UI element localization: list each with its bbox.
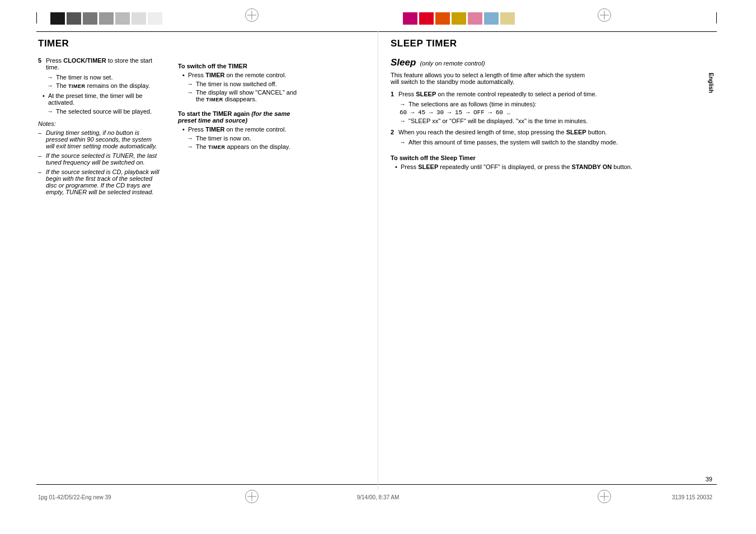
column-separator bbox=[378, 31, 378, 490]
arrow-text-1: The timer is now set. bbox=[56, 74, 112, 81]
rule-bot-right bbox=[389, 484, 717, 485]
step5-content: Press CLOCK/TIMER to store the start tim… bbox=[46, 57, 161, 71]
color-swatch-4 bbox=[99, 12, 114, 25]
page-number: 39 bbox=[706, 476, 712, 483]
step5-number: 5 bbox=[38, 57, 46, 71]
switch-off-sleep-bullet: • Press SLEEP repeatedly until "OFF" is … bbox=[391, 163, 715, 170]
arrow-text-5: The display will show "CANCEL" and the T… bbox=[196, 89, 301, 102]
color-swatch-1 bbox=[50, 12, 65, 25]
arrow-text-9: "SLEEP xx" or "OFF" will be displayed. "… bbox=[408, 118, 588, 124]
notes-label: Notes: bbox=[38, 120, 161, 127]
arrow-icon-6: → bbox=[187, 135, 196, 142]
crosshair-bot-right bbox=[598, 490, 611, 503]
sleep-heading-row: Sleep (only on remote control) bbox=[391, 57, 715, 68]
color-swatch-r7 bbox=[500, 12, 515, 25]
arrow-text-10: After this amount of time passes, the sy… bbox=[408, 139, 618, 146]
arrow-timer-on: → The timer is now on. bbox=[178, 135, 301, 142]
rule-top-left bbox=[36, 31, 392, 32]
sleep-bold-3: SLEEP bbox=[418, 163, 438, 170]
crosshair-inner-r bbox=[600, 11, 609, 20]
start-again-bullet: • Press TIMER on the remote control. bbox=[178, 126, 301, 133]
switch-off-heading: To switch off the TIMER bbox=[178, 63, 301, 69]
arrow-icon-8: → bbox=[400, 101, 408, 107]
note-text-3: If the source selected is CD, playback w… bbox=[46, 168, 161, 195]
color-swatch-r6 bbox=[484, 12, 499, 25]
switch-off-bullet: • Press TIMER on the remote control. bbox=[178, 72, 301, 78]
arrow-text-6: The timer is now on. bbox=[196, 135, 251, 142]
footer-right: 3139 115 20032 bbox=[672, 494, 712, 500]
timer-step5: 5 Press CLOCK/TIMER to store the start t… bbox=[38, 57, 161, 71]
arrow-text-7: The TIMER appears on the display. bbox=[196, 143, 290, 150]
arrow-selections: → The selections are as follows (time in… bbox=[391, 101, 715, 107]
start-again-subtitle: (for the same preset time and source) bbox=[178, 110, 290, 124]
color-swatch-r3 bbox=[435, 12, 450, 25]
sleep-timer-column: SLEEP TIMER Sleep (only on remote contro… bbox=[391, 34, 715, 172]
note-2: – If the source selected is TUNER, the l… bbox=[38, 152, 161, 166]
arrow-icon-9: → bbox=[400, 118, 408, 124]
arrow-icon-7: → bbox=[187, 143, 196, 150]
timer-title: TIMER bbox=[38, 38, 374, 49]
vline-rt bbox=[716, 12, 717, 24]
rule-top-right bbox=[389, 31, 717, 32]
note-3: – If the source selected is CD, playback… bbox=[38, 168, 161, 195]
arrow-timer-remains: → The TIMER remains on the display. bbox=[38, 82, 161, 89]
arrow-text-4: The timer is now switched off. bbox=[196, 81, 277, 87]
color-swatch-r5 bbox=[468, 12, 482, 25]
color-swatch-2 bbox=[67, 12, 81, 25]
crosshair-inner-bl bbox=[247, 492, 256, 501]
crosshair-inner-br bbox=[600, 492, 609, 501]
step2-number: 2 bbox=[391, 129, 398, 135]
timer-bold-1: TIMER bbox=[205, 72, 224, 78]
start-again-section: To start the TIMER again (for the same p… bbox=[178, 110, 301, 150]
standby-bold: STANDBY ON bbox=[572, 163, 612, 170]
crosshair-top-left bbox=[245, 8, 259, 22]
note-1: – During timer setting, if no button is … bbox=[38, 129, 161, 149]
arrow-timer-set: → The timer is now set. bbox=[38, 74, 161, 81]
sleep-heading: Sleep bbox=[391, 57, 416, 68]
arrow-icon-2: → bbox=[47, 82, 56, 89]
color-swatch-r1 bbox=[403, 12, 417, 25]
note-dash-2: – bbox=[38, 152, 46, 166]
timer-main: 5 Press CLOCK/TIMER to store the start t… bbox=[38, 57, 161, 198]
sleep-timer-title: SLEEP TIMER bbox=[391, 38, 715, 49]
arrow-icon-4: → bbox=[187, 81, 196, 87]
sleep-bold-1: SLEEP bbox=[416, 91, 436, 97]
start-again-text: Press TIMER on the remote control. bbox=[188, 126, 286, 133]
color-swatch-r4 bbox=[452, 12, 466, 25]
step1-number: 1 bbox=[391, 91, 398, 97]
notes-section: Notes: – During timer setting, if no but… bbox=[38, 120, 161, 195]
arrow-timer-appears: → The TIMER appears on the display. bbox=[178, 143, 301, 150]
color-swatch-7 bbox=[148, 12, 162, 25]
arrow-text-3: The selected source will be played. bbox=[56, 108, 152, 115]
arrow-text-2: The TIMER remains on the display. bbox=[56, 82, 150, 89]
bullet-icon-3: • bbox=[182, 126, 188, 133]
bullet-icon-4: • bbox=[395, 163, 401, 170]
sleep-bold-2: SLEEP bbox=[566, 129, 586, 135]
sleep-step2: 2 When you reach the desired length of t… bbox=[391, 129, 715, 135]
arrow-sleep-display: → "SLEEP xx" or "OFF" will be displayed.… bbox=[391, 118, 715, 124]
sleep-intro: This feature allows you to select a leng… bbox=[391, 72, 586, 85]
start-again-heading: To start the TIMER again (for the same p… bbox=[178, 110, 301, 124]
sleep-subheading: (only on remote control) bbox=[420, 60, 485, 67]
arrow-text-8: The selections are as follows (time in m… bbox=[408, 101, 537, 107]
arrow-display-cancel: → The display will show "CANCEL" and the… bbox=[178, 89, 301, 102]
color-bar-right bbox=[403, 12, 515, 25]
clock-timer-bold: CLOCK/TIMER bbox=[63, 57, 106, 64]
vline-lt bbox=[36, 12, 37, 24]
color-bar-left bbox=[50, 12, 162, 25]
bullet-icon-1: • bbox=[43, 92, 48, 106]
arrow-now-off: → The timer is now switched off. bbox=[178, 81, 301, 87]
timer-content: 5 Press CLOCK/TIMER to store the start t… bbox=[38, 57, 374, 198]
color-swatch-5 bbox=[115, 12, 130, 25]
switch-off-text: Press TIMER on the remote control. bbox=[188, 72, 286, 78]
footer-left: 1pg 01-42/D5/22-Eng new 39 bbox=[38, 494, 111, 500]
bullet-preset: • At the preset time, the timer will be … bbox=[38, 92, 161, 106]
rule-bot-left bbox=[36, 484, 392, 485]
bullet-preset-text: At the preset time, the timer will be ac… bbox=[48, 92, 161, 106]
note-text-2: If the source selected is TUNER, the las… bbox=[46, 152, 161, 166]
sleep-sequence: 60 → 45 → 30 → 15 → OFF → 60 … bbox=[391, 109, 715, 116]
arrow-after-time: → After this amount of time passes, the … bbox=[391, 139, 715, 146]
crosshair-bot-left bbox=[245, 490, 259, 503]
footer-center: 9/14/00, 8:37 AM bbox=[357, 494, 400, 500]
note-dash-1: – bbox=[38, 129, 46, 149]
